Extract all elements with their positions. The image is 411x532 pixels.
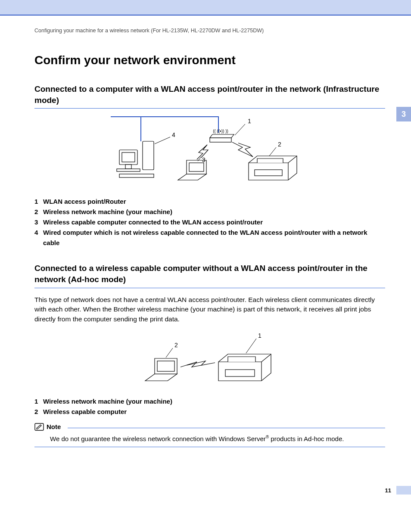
svg-line-13 bbox=[269, 147, 276, 156]
section-divider bbox=[34, 288, 385, 288]
fig1-label-3: 3 bbox=[202, 156, 206, 163]
figure-infrastructure: (( ((•)) )) 1 4 3 bbox=[34, 115, 385, 190]
page-number-tab bbox=[396, 486, 411, 495]
figure-adhoc: 2 1 bbox=[34, 333, 385, 390]
page-number: 11 bbox=[385, 487, 391, 494]
svg-line-17 bbox=[246, 339, 256, 353]
note-divider-top bbox=[68, 428, 385, 428]
svg-rect-8 bbox=[119, 174, 154, 177]
note-body: We do not guarantee the wireless network… bbox=[50, 434, 385, 443]
svg-line-15 bbox=[166, 348, 173, 358]
header-bar bbox=[0, 0, 411, 16]
svg-line-9 bbox=[155, 137, 170, 144]
svg-text:(( ((•)) )): (( ((•)) )) bbox=[213, 129, 228, 134]
section-divider bbox=[34, 108, 385, 109]
fig2-label-2: 2 bbox=[174, 342, 178, 348]
note-divider-bottom bbox=[34, 447, 385, 447]
section1-heading: Connected to a computer with a WLAN acce… bbox=[34, 84, 385, 106]
note-icon bbox=[34, 423, 44, 431]
svg-rect-10 bbox=[189, 163, 204, 171]
svg-rect-16 bbox=[225, 370, 255, 376]
svg-rect-0 bbox=[210, 138, 231, 142]
svg-line-2 bbox=[235, 124, 245, 135]
svg-rect-7 bbox=[143, 141, 154, 170]
chapter-tab: 3 bbox=[396, 107, 411, 121]
fig1-label-2: 2 bbox=[278, 141, 281, 148]
note-block: Note We do not guarantee the wireless ne… bbox=[34, 423, 385, 447]
section2-heading: Connected to a wireless capable computer… bbox=[34, 263, 385, 285]
note-label: Note bbox=[47, 423, 61, 430]
fig1-label-4: 4 bbox=[172, 131, 175, 138]
fig2-label-1: 1 bbox=[258, 333, 262, 339]
fig1-label-1: 1 bbox=[248, 118, 251, 124]
svg-rect-14 bbox=[157, 361, 174, 371]
page-title: Confirm your network environment bbox=[34, 53, 385, 67]
svg-rect-12 bbox=[255, 170, 282, 176]
page-content: 3 Configuring your machine for a wireles… bbox=[0, 16, 411, 515]
running-header: Configuring your machine for a wireless … bbox=[34, 28, 385, 34]
legend-adhoc: 1Wireless network machine (your machine)… bbox=[34, 396, 385, 417]
svg-rect-4 bbox=[122, 152, 135, 162]
section2-paragraph: This type of network does not have a cen… bbox=[34, 295, 385, 324]
svg-rect-6 bbox=[117, 169, 140, 171]
legend-infrastructure: 1WLAN access point/Router 2Wireless netw… bbox=[34, 196, 385, 248]
svg-rect-5 bbox=[125, 165, 131, 169]
